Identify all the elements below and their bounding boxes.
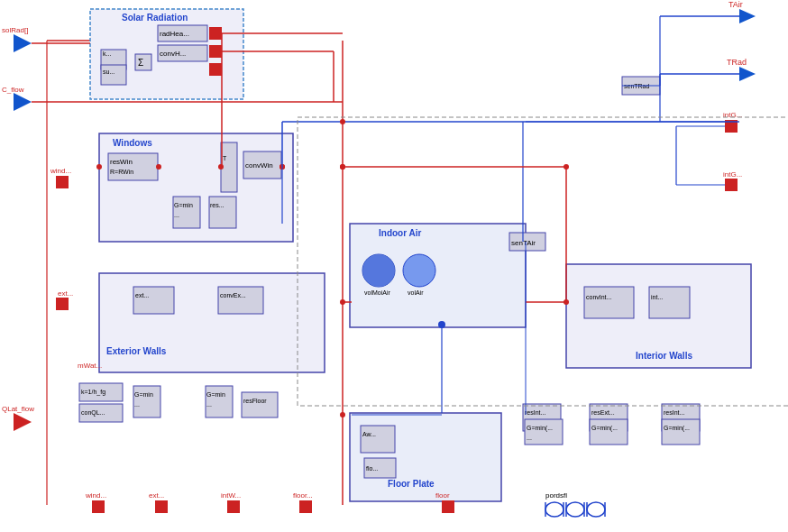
- svg-text:res...: res...: [210, 202, 224, 208]
- svg-text:Aw...: Aw...: [362, 431, 376, 437]
- svg-text:C_flow: C_flow: [2, 86, 24, 94]
- svg-text:solRad[]: solRad[]: [2, 26, 28, 34]
- svg-point-147: [587, 502, 605, 517]
- svg-text:resExt...: resExt...: [591, 409, 615, 416]
- svg-point-124: [340, 164, 345, 170]
- svg-text:convH...: convH...: [160, 50, 186, 58]
- svg-point-39: [96, 164, 102, 170]
- svg-point-72: [403, 254, 435, 287]
- svg-rect-59: [56, 298, 69, 310]
- svg-text:Indoor Air: Indoor Air: [379, 228, 422, 238]
- svg-point-144: [566, 502, 584, 517]
- svg-text:pordsfl: pordsfl: [545, 491, 567, 500]
- svg-text:Floor Plate: Floor Plate: [388, 479, 435, 489]
- svg-marker-65: [14, 413, 32, 431]
- svg-marker-18: [14, 93, 32, 111]
- svg-text:TAir: TAir: [728, 0, 743, 9]
- svg-text:...: ...: [174, 212, 179, 218]
- svg-text:ext...: ext...: [58, 289, 73, 298]
- svg-point-125: [340, 299, 345, 305]
- svg-rect-78: [584, 287, 634, 318]
- svg-rect-80: [649, 287, 690, 318]
- svg-text:resWin: resWin: [110, 158, 133, 166]
- svg-text:k=1/h_fg: k=1/h_fg: [81, 389, 105, 396]
- svg-text:int...: int...: [651, 294, 663, 300]
- svg-text:Σ: Σ: [138, 58, 143, 68]
- svg-rect-56: [242, 392, 278, 417]
- svg-rect-38: [56, 176, 69, 188]
- svg-text:volAir: volAir: [408, 289, 424, 296]
- svg-point-128: [564, 299, 569, 305]
- svg-text:G=min(...: G=min(...: [527, 425, 553, 432]
- svg-text:ext...: ext...: [149, 491, 164, 500]
- svg-text:senTAir: senTAir: [511, 239, 536, 247]
- svg-rect-133: [155, 500, 168, 513]
- svg-text:ext...: ext...: [135, 292, 149, 298]
- svg-text:Solar Radiation: Solar Radiation: [122, 13, 188, 23]
- svg-text:T: T: [223, 155, 227, 161]
- svg-text:resInt...: resInt...: [664, 409, 684, 416]
- svg-text:G=min: G=min: [206, 391, 225, 398]
- svg-text:su...: su...: [103, 69, 115, 75]
- svg-text:Interior Walls: Interior Walls: [636, 351, 692, 361]
- svg-text:G=min(...: G=min(...: [591, 425, 618, 432]
- svg-text:convWin: convWin: [245, 161, 273, 170]
- svg-text:flo...: flo...: [366, 465, 378, 472]
- svg-text:Exterior Walls: Exterior Walls: [106, 346, 167, 356]
- svg-text:intW...: intW...: [221, 491, 241, 500]
- svg-rect-99: [662, 419, 700, 445]
- svg-rect-107: [725, 179, 738, 191]
- svg-rect-48: [218, 287, 263, 314]
- svg-text:G=min: G=min: [174, 202, 193, 208]
- svg-point-141: [545, 502, 564, 517]
- svg-point-41: [218, 164, 224, 170]
- svg-rect-95: [590, 419, 628, 445]
- svg-text:k...: k...: [103, 50, 111, 57]
- svg-text:intG...: intG...: [723, 111, 742, 119]
- svg-point-130: [438, 321, 445, 328]
- svg-rect-46: [133, 287, 174, 314]
- svg-text:convEx...: convEx...: [220, 292, 246, 298]
- svg-text:...: ...: [134, 401, 140, 408]
- svg-point-123: [340, 119, 345, 124]
- svg-text:floor: floor: [435, 491, 450, 500]
- svg-text:mWat...: mWat...: [78, 362, 102, 370]
- svg-marker-16: [14, 34, 32, 52]
- svg-marker-101: [739, 9, 756, 23]
- svg-text:...: ...: [527, 435, 532, 441]
- svg-point-40: [156, 164, 161, 170]
- svg-text:wind...: wind...: [50, 167, 71, 175]
- svg-rect-137: [299, 500, 312, 513]
- svg-text:convInt...: convInt...: [586, 294, 611, 300]
- main-canvas: Solar Radiation radHea... convH... Σ k..…: [0, 0, 788, 532]
- svg-text:wind...: wind...: [85, 491, 106, 500]
- svg-text:R=RWin: R=RWin: [110, 169, 133, 175]
- svg-text:radHea...: radHea...: [160, 30, 189, 38]
- svg-text:TRad: TRad: [727, 58, 747, 67]
- svg-text:QLat_flow: QLat_flow: [2, 405, 34, 413]
- diagram-svg: Solar Radiation radHea... convH... Σ k..…: [0, 0, 788, 532]
- svg-marker-103: [739, 67, 756, 81]
- svg-rect-135: [227, 500, 240, 513]
- svg-rect-139: [442, 500, 454, 513]
- svg-text:floor...: floor...: [293, 491, 313, 500]
- svg-rect-15: [209, 63, 222, 76]
- svg-text:...: ...: [206, 401, 212, 408]
- svg-text:G=min: G=min: [134, 391, 153, 398]
- svg-point-127: [564, 164, 569, 170]
- svg-rect-131: [92, 500, 105, 513]
- svg-rect-14: [209, 45, 222, 58]
- svg-text:Windows: Windows: [113, 138, 152, 148]
- svg-text:volMoiAir: volMoiAir: [364, 289, 390, 296]
- svg-text:conQL...: conQL...: [81, 409, 105, 417]
- svg-text:resInt...: resInt...: [525, 409, 545, 416]
- svg-text:intG...: intG...: [723, 170, 742, 179]
- svg-point-70: [362, 254, 395, 287]
- svg-rect-84: [361, 426, 395, 453]
- svg-text:resFloor: resFloor: [243, 398, 267, 404]
- svg-point-126: [340, 412, 345, 417]
- svg-text:G=min(...: G=min(...: [664, 425, 690, 432]
- svg-rect-13: [209, 27, 222, 40]
